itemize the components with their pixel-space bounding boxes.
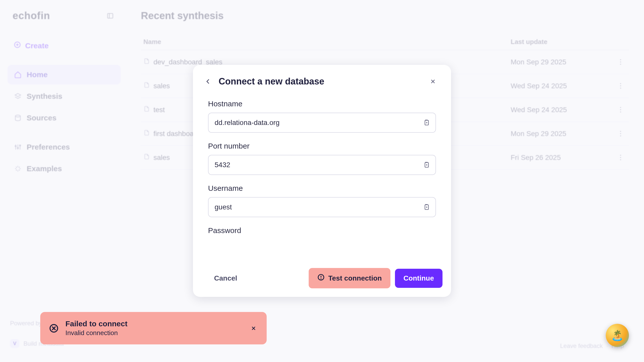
test-connection-button[interactable]: Test connection: [309, 268, 390, 288]
username-input[interactable]: [209, 198, 417, 217]
toast-title: Failed to connect: [65, 320, 243, 328]
toast-close-button[interactable]: [249, 324, 258, 333]
paste-icon[interactable]: [417, 161, 435, 168]
paste-icon[interactable]: [417, 119, 435, 126]
paste-icon[interactable]: [417, 204, 435, 211]
password-label: Password: [208, 226, 436, 235]
continue-button[interactable]: Continue: [395, 269, 442, 288]
hostname-label: Hostname: [208, 100, 436, 108]
help-bubble-button[interactable]: 🏝️: [606, 324, 629, 347]
back-button[interactable]: [203, 76, 214, 87]
svg-point-20: [321, 279, 321, 279]
toast-subtitle: Invalid connection: [65, 329, 243, 337]
test-connection-label: Test connection: [328, 274, 382, 282]
cancel-button[interactable]: Cancel: [206, 269, 246, 288]
modal-title: Connect a new database: [219, 76, 422, 87]
alert-circle-icon: [317, 274, 325, 283]
connect-database-modal: Connect a new database Hostname Port num…: [193, 65, 451, 297]
username-label: Username: [208, 184, 436, 193]
port-input[interactable]: [209, 155, 417, 174]
close-button[interactable]: [427, 76, 438, 87]
error-toast: Failed to connect Invalid connection: [40, 312, 267, 344]
error-circle-icon: [49, 323, 59, 333]
hostname-input[interactable]: [209, 113, 417, 132]
port-label: Port number: [208, 142, 436, 150]
